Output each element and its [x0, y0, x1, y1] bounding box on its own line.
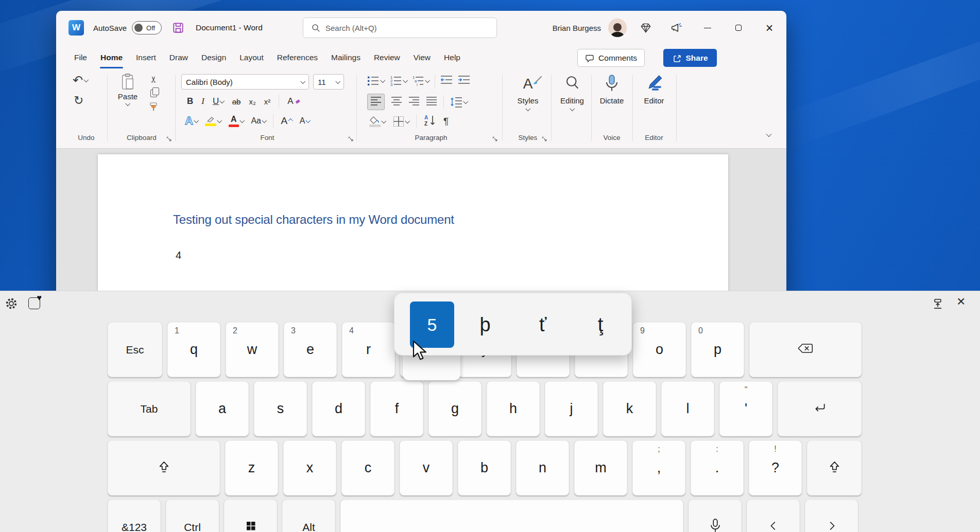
key-z[interactable]: z — [225, 440, 278, 495]
save-icon[interactable] — [172, 22, 184, 34]
key-ctrl[interactable]: Ctrl — [166, 500, 219, 532]
key-q[interactable]: 1q — [167, 322, 220, 377]
key-windows[interactable] — [224, 500, 277, 532]
justify-button[interactable] — [426, 96, 437, 108]
editing-button[interactable]: Editing — [555, 74, 590, 111]
popup-option-thorn[interactable]: þ — [459, 293, 511, 356]
share-button[interactable]: Share — [663, 49, 717, 67]
key-s[interactable]: s — [254, 381, 307, 436]
paragraph-dialog-launcher[interactable] — [492, 135, 498, 144]
change-case-button[interactable]: Aa — [251, 116, 266, 126]
key-shift-left[interactable] — [108, 440, 220, 495]
align-right-button[interactable] — [408, 96, 420, 108]
key-backspace[interactable] — [749, 322, 862, 377]
key-j[interactable]: j — [545, 381, 598, 436]
tab-layout[interactable]: Layout — [233, 48, 270, 67]
subscript-button[interactable]: x₂ — [249, 97, 255, 106]
key-apostrophe[interactable]: "' — [719, 381, 772, 436]
paste-button[interactable]: Paste — [111, 73, 144, 106]
key-alt[interactable]: Alt — [282, 500, 335, 532]
key-cursor-right[interactable] — [805, 500, 858, 532]
tab-review[interactable]: Review — [367, 48, 407, 67]
keyboard-settings-gear-icon[interactable] — [4, 296, 19, 311]
dictate-button[interactable]: Dictate — [595, 74, 629, 105]
copy-icon[interactable] — [150, 90, 157, 97]
key-p[interactable]: 0p — [691, 322, 744, 377]
line-spacing-button[interactable] — [450, 96, 468, 108]
popup-option-t-cedilla[interactable]: ţ — [575, 293, 626, 356]
key-k[interactable]: k — [603, 381, 656, 436]
key-b[interactable]: b — [458, 440, 511, 495]
key-esc[interactable]: Esc — [108, 322, 162, 377]
key-c[interactable]: c — [341, 440, 394, 495]
popup-option-t-caron[interactable]: ť — [517, 293, 569, 356]
document-page[interactable]: Testing out special characters in my Wor… — [98, 154, 728, 299]
key-h[interactable]: h — [487, 381, 540, 436]
key-f[interactable]: f — [370, 381, 423, 436]
redo-icon[interactable]: ↻ — [74, 94, 83, 108]
italic-button[interactable]: I — [201, 96, 204, 107]
format-painter-icon[interactable] — [148, 102, 159, 112]
shrink-font-button[interactable]: A — [300, 116, 310, 126]
align-center-button[interactable] — [391, 96, 402, 108]
close-button[interactable]: × — [758, 16, 781, 39]
strikethrough-button[interactable]: ab — [232, 97, 241, 106]
tab-insert[interactable]: Insert — [129, 48, 163, 67]
text-effects-button[interactable]: A — [185, 114, 198, 128]
tab-help[interactable]: Help — [437, 48, 467, 67]
tab-design[interactable]: Design — [195, 48, 233, 67]
premium-diamond-icon[interactable] — [634, 17, 658, 38]
align-left-button[interactable] — [367, 94, 385, 110]
minimize-button[interactable] — [696, 16, 719, 39]
bullets-button[interactable] — [367, 75, 385, 86]
comments-button[interactable]: Comments — [577, 49, 645, 67]
superscript-button[interactable]: x² — [264, 97, 271, 106]
increase-indent-button[interactable] — [458, 74, 470, 87]
key-v[interactable]: v — [400, 440, 453, 495]
user-avatar[interactable] — [608, 19, 627, 37]
clear-formatting-button[interactable]: A — [287, 96, 300, 107]
close-keyboard-icon[interactable]: × — [957, 293, 965, 310]
search-input[interactable]: Search (Alt+Q) — [303, 17, 497, 38]
editor-button[interactable]: Editor — [636, 74, 672, 105]
key-m[interactable]: m — [574, 440, 627, 495]
key-shift-right[interactable] — [807, 440, 862, 495]
shading-button[interactable] — [369, 116, 386, 127]
font-name-combo[interactable]: Calibri (Body) — [181, 74, 309, 90]
cut-icon[interactable]: ✂ — [148, 76, 159, 83]
borders-button[interactable] — [393, 116, 409, 127]
key-r[interactable]: 4r — [342, 322, 395, 377]
coming-soon-megaphone-icon[interactable] — [665, 17, 689, 38]
key-period[interactable]: :. — [691, 440, 744, 495]
underline-button[interactable]: U — [213, 96, 224, 107]
key-mic[interactable] — [689, 500, 742, 532]
key-l[interactable]: l — [661, 381, 714, 436]
collapse-ribbon-chevron[interactable] — [767, 130, 771, 139]
font-color-button[interactable]: A — [229, 115, 244, 127]
emoji-panel-icon[interactable]: ♥ — [28, 297, 40, 309]
maximize-button[interactable] — [727, 16, 750, 39]
show-hide-pilcrow-button[interactable]: ¶ — [443, 116, 449, 127]
bold-button[interactable]: B — [187, 96, 193, 107]
key-d[interactable]: d — [312, 381, 365, 436]
decrease-indent-button[interactable] — [440, 74, 453, 87]
tab-home[interactable]: Home — [94, 48, 129, 67]
key-comma[interactable]: ;, — [632, 440, 685, 495]
numbering-button[interactable]: 123 — [390, 75, 407, 86]
multilevel-list-button[interactable]: 1ai — [412, 75, 429, 86]
key-a[interactable]: a — [196, 381, 249, 436]
key-w[interactable]: 2w — [226, 322, 279, 377]
grow-font-button[interactable]: A — [281, 115, 292, 127]
undo-icon[interactable]: ↶ — [73, 73, 88, 87]
key-g[interactable]: g — [428, 381, 482, 436]
undock-keyboard-icon[interactable] — [931, 297, 944, 311]
key-o[interactable]: 9o — [633, 322, 686, 377]
key-question[interactable]: !? — [749, 440, 802, 495]
autosave-toggle[interactable]: Off — [132, 21, 162, 34]
styles-button[interactable]: A Styles — [507, 74, 548, 111]
key-enter[interactable] — [778, 381, 862, 436]
highlight-button[interactable] — [205, 116, 221, 126]
tab-draw[interactable]: Draw — [163, 48, 195, 67]
tab-mailings[interactable]: Mailings — [324, 48, 367, 67]
key-space[interactable] — [340, 500, 683, 532]
